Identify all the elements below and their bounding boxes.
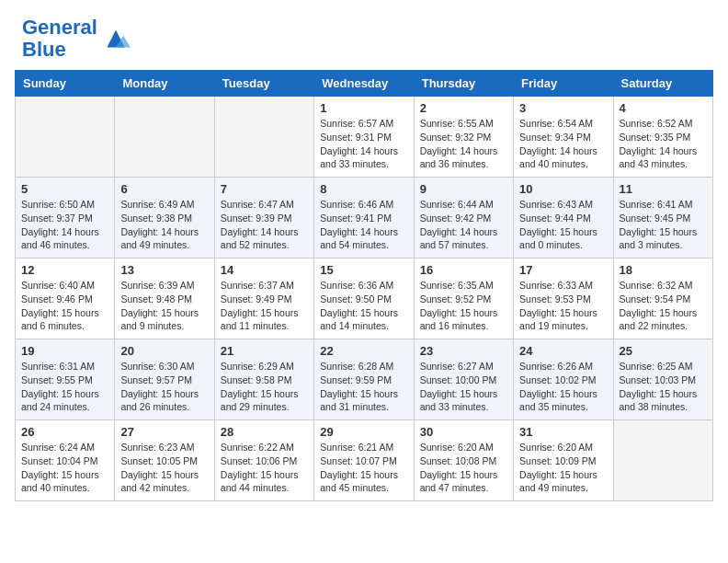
cell-info-text: Sunrise: 6:39 AM Sunset: 9:48 PM Dayligh… bbox=[120, 279, 208, 333]
day-header-sunday: Sunday bbox=[16, 71, 115, 97]
cell-info-text: Sunrise: 6:44 AM Sunset: 9:42 PM Dayligh… bbox=[420, 198, 507, 252]
logo: General Blue bbox=[22, 17, 131, 61]
cell-date-number: 10 bbox=[519, 182, 607, 196]
day-cell-21: 21Sunrise: 6:29 AM Sunset: 9:58 PM Dayli… bbox=[214, 339, 313, 420]
cell-info-text: Sunrise: 6:23 AM Sunset: 10:05 PM Daylig… bbox=[120, 441, 208, 495]
day-cell-13: 13Sunrise: 6:39 AM Sunset: 9:48 PM Dayli… bbox=[115, 259, 214, 339]
cell-info-text: Sunrise: 6:46 AM Sunset: 9:41 PM Dayligh… bbox=[320, 198, 407, 252]
day-cell-20: 20Sunrise: 6:30 AM Sunset: 9:57 PM Dayli… bbox=[115, 339, 214, 420]
cell-info-text: Sunrise: 6:33 AM Sunset: 9:53 PM Dayligh… bbox=[519, 279, 607, 333]
cell-info-text: Sunrise: 6:36 AM Sunset: 9:50 PM Dayligh… bbox=[320, 279, 407, 333]
day-cell-15: 15Sunrise: 6:36 AM Sunset: 9:50 PM Dayli… bbox=[314, 259, 414, 339]
cell-date-number: 1 bbox=[320, 101, 407, 115]
cell-info-text: Sunrise: 6:31 AM Sunset: 9:55 PM Dayligh… bbox=[21, 360, 108, 414]
cell-date-number: 19 bbox=[21, 344, 108, 358]
cell-info-text: Sunrise: 6:21 AM Sunset: 10:07 PM Daylig… bbox=[320, 441, 407, 495]
day-cell-6: 6Sunrise: 6:49 AM Sunset: 9:38 PM Daylig… bbox=[115, 178, 214, 259]
day-header-wednesday: Wednesday bbox=[314, 71, 414, 97]
cell-date-number: 13 bbox=[120, 263, 208, 277]
cell-date-number: 12 bbox=[21, 263, 108, 277]
day-cell-27: 27Sunrise: 6:23 AM Sunset: 10:05 PM Dayl… bbox=[115, 420, 214, 501]
cell-date-number: 21 bbox=[221, 344, 308, 358]
cell-info-text: Sunrise: 6:30 AM Sunset: 9:57 PM Dayligh… bbox=[120, 360, 208, 414]
day-header-tuesday: Tuesday bbox=[214, 71, 313, 97]
day-cell-10: 10Sunrise: 6:43 AM Sunset: 9:44 PM Dayli… bbox=[514, 178, 613, 259]
cell-info-text: Sunrise: 6:25 AM Sunset: 10:03 PM Daylig… bbox=[620, 360, 707, 414]
day-cell-5: 5Sunrise: 6:50 AM Sunset: 9:37 PM Daylig… bbox=[16, 178, 115, 259]
header-row: SundayMondayTuesdayWednesdayThursdayFrid… bbox=[16, 71, 713, 97]
day-cell-29: 29Sunrise: 6:21 AM Sunset: 10:07 PM Dayl… bbox=[314, 420, 414, 501]
day-cell-8: 8Sunrise: 6:46 AM Sunset: 9:41 PM Daylig… bbox=[314, 178, 414, 259]
empty-cell bbox=[214, 97, 313, 178]
cell-info-text: Sunrise: 6:20 AM Sunset: 10:08 PM Daylig… bbox=[420, 441, 507, 495]
day-cell-1: 1Sunrise: 6:57 AM Sunset: 9:31 PM Daylig… bbox=[314, 97, 414, 178]
calendar-wrap: SundayMondayTuesdayWednesdayThursdayFrid… bbox=[0, 70, 728, 516]
cell-info-text: Sunrise: 6:29 AM Sunset: 9:58 PM Dayligh… bbox=[221, 360, 308, 414]
day-cell-24: 24Sunrise: 6:26 AM Sunset: 10:02 PM Dayl… bbox=[514, 339, 613, 420]
day-cell-26: 26Sunrise: 6:24 AM Sunset: 10:04 PM Dayl… bbox=[16, 420, 115, 501]
day-cell-4: 4Sunrise: 6:52 AM Sunset: 9:35 PM Daylig… bbox=[613, 97, 712, 178]
week-row-5: 26Sunrise: 6:24 AM Sunset: 10:04 PM Dayl… bbox=[16, 420, 713, 501]
day-cell-31: 31Sunrise: 6:20 AM Sunset: 10:09 PM Dayl… bbox=[514, 420, 613, 501]
day-cell-2: 2Sunrise: 6:55 AM Sunset: 9:32 PM Daylig… bbox=[414, 97, 513, 178]
cell-info-text: Sunrise: 6:27 AM Sunset: 10:00 PM Daylig… bbox=[420, 360, 507, 414]
cell-info-text: Sunrise: 6:20 AM Sunset: 10:09 PM Daylig… bbox=[519, 441, 607, 495]
day-header-friday: Friday bbox=[514, 71, 613, 97]
cell-info-text: Sunrise: 6:22 AM Sunset: 10:06 PM Daylig… bbox=[221, 441, 308, 495]
day-cell-18: 18Sunrise: 6:32 AM Sunset: 9:54 PM Dayli… bbox=[613, 259, 712, 339]
empty-cell bbox=[16, 97, 115, 178]
cell-info-text: Sunrise: 6:57 AM Sunset: 9:31 PM Dayligh… bbox=[320, 117, 407, 171]
logo-general: General bbox=[22, 16, 97, 39]
cell-date-number: 2 bbox=[420, 101, 507, 115]
cell-info-text: Sunrise: 6:54 AM Sunset: 9:34 PM Dayligh… bbox=[519, 117, 607, 171]
cell-date-number: 25 bbox=[620, 344, 707, 358]
cell-info-text: Sunrise: 6:55 AM Sunset: 9:32 PM Dayligh… bbox=[420, 117, 507, 171]
week-row-2: 5Sunrise: 6:50 AM Sunset: 9:37 PM Daylig… bbox=[16, 178, 713, 259]
cell-date-number: 11 bbox=[620, 182, 707, 196]
calendar-table: SundayMondayTuesdayWednesdayThursdayFrid… bbox=[15, 70, 713, 501]
cell-date-number: 26 bbox=[21, 425, 108, 439]
cell-date-number: 27 bbox=[120, 425, 208, 439]
cell-date-number: 18 bbox=[620, 263, 707, 277]
day-header-monday: Monday bbox=[115, 71, 214, 97]
day-cell-9: 9Sunrise: 6:44 AM Sunset: 9:42 PM Daylig… bbox=[414, 178, 513, 259]
day-cell-23: 23Sunrise: 6:27 AM Sunset: 10:00 PM Dayl… bbox=[414, 339, 513, 420]
cell-info-text: Sunrise: 6:28 AM Sunset: 9:59 PM Dayligh… bbox=[320, 360, 407, 414]
cell-date-number: 14 bbox=[221, 263, 308, 277]
cell-date-number: 22 bbox=[320, 344, 407, 358]
cell-info-text: Sunrise: 6:40 AM Sunset: 9:46 PM Dayligh… bbox=[21, 279, 108, 333]
day-cell-19: 19Sunrise: 6:31 AM Sunset: 9:55 PM Dayli… bbox=[16, 339, 115, 420]
day-cell-14: 14Sunrise: 6:37 AM Sunset: 9:49 PM Dayli… bbox=[214, 259, 313, 339]
day-cell-16: 16Sunrise: 6:35 AM Sunset: 9:52 PM Dayli… bbox=[414, 259, 513, 339]
cell-info-text: Sunrise: 6:52 AM Sunset: 9:35 PM Dayligh… bbox=[620, 117, 707, 171]
page-container: General Blue SundayMondayTuesdayWednesda… bbox=[0, 0, 728, 516]
day-cell-12: 12Sunrise: 6:40 AM Sunset: 9:46 PM Dayli… bbox=[16, 259, 115, 339]
cell-date-number: 28 bbox=[221, 425, 308, 439]
cell-date-number: 7 bbox=[221, 182, 308, 196]
cell-date-number: 31 bbox=[519, 425, 607, 439]
day-cell-22: 22Sunrise: 6:28 AM Sunset: 9:59 PM Dayli… bbox=[314, 339, 414, 420]
week-row-1: 1Sunrise: 6:57 AM Sunset: 9:31 PM Daylig… bbox=[16, 97, 713, 178]
cell-date-number: 16 bbox=[420, 263, 507, 277]
cell-info-text: Sunrise: 6:37 AM Sunset: 9:49 PM Dayligh… bbox=[221, 279, 308, 333]
logo-blue: Blue bbox=[22, 38, 66, 61]
cell-info-text: Sunrise: 6:32 AM Sunset: 9:54 PM Dayligh… bbox=[620, 279, 707, 333]
logo-icon bbox=[101, 24, 131, 53]
cell-date-number: 17 bbox=[519, 263, 607, 277]
empty-cell bbox=[613, 420, 712, 501]
day-cell-30: 30Sunrise: 6:20 AM Sunset: 10:08 PM Dayl… bbox=[414, 420, 513, 501]
day-cell-3: 3Sunrise: 6:54 AM Sunset: 9:34 PM Daylig… bbox=[514, 97, 613, 178]
cell-date-number: 24 bbox=[519, 344, 607, 358]
cell-date-number: 5 bbox=[21, 182, 108, 196]
cell-date-number: 3 bbox=[519, 101, 607, 115]
cell-date-number: 4 bbox=[620, 101, 707, 115]
logo-text-block: General Blue bbox=[22, 17, 97, 61]
header: General Blue bbox=[0, 0, 728, 70]
cell-info-text: Sunrise: 6:50 AM Sunset: 9:37 PM Dayligh… bbox=[21, 198, 108, 252]
week-row-3: 12Sunrise: 6:40 AM Sunset: 9:46 PM Dayli… bbox=[16, 259, 713, 339]
day-header-saturday: Saturday bbox=[613, 71, 712, 97]
day-cell-7: 7Sunrise: 6:47 AM Sunset: 9:39 PM Daylig… bbox=[214, 178, 313, 259]
empty-cell bbox=[115, 97, 214, 178]
day-cell-11: 11Sunrise: 6:41 AM Sunset: 9:45 PM Dayli… bbox=[613, 178, 712, 259]
cell-date-number: 8 bbox=[320, 182, 407, 196]
